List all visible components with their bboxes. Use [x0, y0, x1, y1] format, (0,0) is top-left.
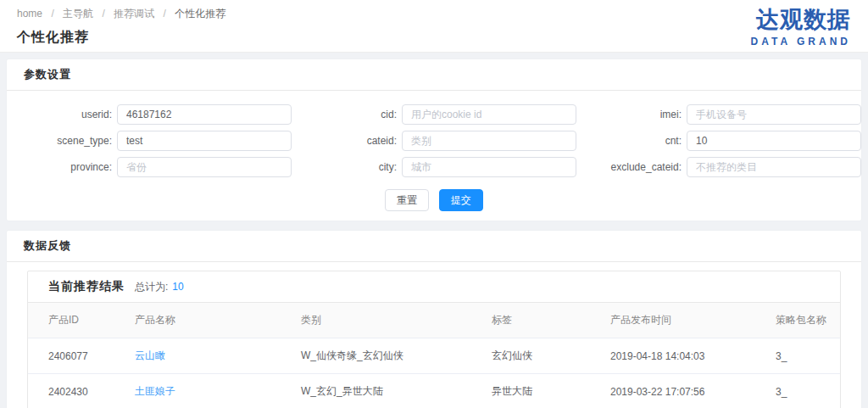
cell-strategy: 3_: [769, 338, 840, 374]
cateid-label: cateid:: [292, 135, 402, 147]
form-item-cnt: cnt:: [576, 131, 861, 151]
brand-subtitle: DATA GRAND: [751, 36, 851, 47]
page: home / 主导航 / 推荐调试 / 个性化推荐 个性化推荐 达观数据 DAT…: [0, 0, 868, 408]
breadcrumb-main-nav[interactable]: 主导航: [63, 8, 93, 20]
top-header: home / 主导航 / 推荐调试 / 个性化推荐 个性化推荐 达观数据 DAT…: [0, 0, 868, 53]
breadcrumb-separator: /: [163, 8, 165, 20]
results-total-label: 总计为:: [135, 280, 168, 294]
results-header: 当前推荐结果 总计为: 10: [28, 271, 840, 303]
form-item-imei: imei:: [576, 104, 861, 125]
cell-publish-time: 2019-04-18 14:04:03: [604, 338, 769, 374]
imei-input[interactable]: [687, 104, 861, 125]
cid-label: cid:: [292, 109, 402, 120]
form-item-cid: cid:: [292, 104, 576, 125]
col-category: 类别: [294, 303, 485, 338]
results-card: 当前推荐结果 总计为: 10 产品ID 产品名称 类别 标签: [27, 271, 841, 408]
breadcrumb: home / 主导航 / 推荐调试 / 个性化推荐: [17, 7, 225, 21]
breadcrumb-separator: /: [51, 8, 53, 20]
userid-label: userid:: [7, 109, 117, 120]
header-left: home / 主导航 / 推荐调试 / 个性化推荐 个性化推荐: [17, 7, 225, 52]
form-buttons: 重置 提交: [7, 189, 861, 211]
scene-type-input[interactable]: [117, 131, 292, 151]
params-panel: 参数设置 userid: cid: imei: scene_type:: [7, 59, 861, 221]
exclude-cateid-label: exclude_cateid:: [576, 161, 687, 173]
city-label: city:: [292, 161, 402, 173]
cateid-input[interactable]: [402, 131, 576, 151]
table-header-row: 产品ID 产品名称 类别 标签 产品发布时间 策略包名称: [28, 303, 840, 338]
cell-tag: 异世大陆: [485, 374, 604, 408]
page-title: 个性化推荐: [17, 29, 225, 47]
results-table: 产品ID 产品名称 类别 标签 产品发布时间 策略包名称 2406077 云山瞰: [28, 303, 840, 408]
exclude-cateid-input[interactable]: [687, 157, 861, 177]
col-strategy: 策略包名称: [769, 303, 840, 338]
form-item-scene-type: scene_type:: [7, 131, 292, 151]
cid-input[interactable]: [402, 104, 576, 125]
imei-label: imei:: [576, 109, 687, 120]
userid-input[interactable]: [117, 104, 292, 125]
col-publish-time: 产品发布时间: [604, 303, 769, 338]
cell-strategy: 3_: [769, 374, 840, 408]
form-item-cateid: cateid:: [292, 131, 576, 151]
table-row: 2402430 土匪娘子 W_玄幻_异世大陆 异世大陆 2019-03-22 1…: [28, 374, 840, 408]
cell-product-id: 2406077: [28, 338, 128, 374]
form-item-exclude-cateid: exclude_cateid:: [576, 157, 861, 177]
brand-name: 达观数据: [751, 8, 851, 31]
form-item-province: province:: [7, 157, 292, 177]
product-link[interactable]: 土匪娘子: [135, 385, 175, 397]
breadcrumb-recommend-debug[interactable]: 推荐调试: [114, 8, 154, 20]
cell-tag: 玄幻仙侠: [485, 338, 604, 374]
cell-product-name: 云山瞰: [128, 338, 294, 374]
feedback-panel-body: 当前推荐结果 总计为: 10 产品ID 产品名称 类别 标签: [7, 262, 861, 408]
breadcrumb-current-page: 个性化推荐: [175, 8, 225, 20]
cell-product-id: 2402430: [28, 374, 128, 408]
province-input[interactable]: [117, 157, 292, 177]
cnt-label: cnt:: [576, 135, 687, 147]
breadcrumb-home[interactable]: home: [17, 8, 42, 20]
province-label: province:: [7, 161, 117, 173]
form-item-city: city:: [292, 157, 576, 177]
results-title: 当前推荐结果: [48, 279, 125, 294]
cell-product-name: 土匪娘子: [128, 374, 294, 408]
results-total-value: 10: [172, 281, 183, 293]
feedback-panel: 数据反馈 当前推荐结果 总计为: 10 产品ID 产品名称: [7, 231, 861, 408]
cell-category: W_仙侠奇缘_玄幻仙侠: [294, 338, 485, 374]
feedback-panel-title: 数据反馈: [7, 231, 861, 262]
params-panel-title: 参数设置: [7, 59, 861, 91]
cell-category: W_玄幻_异世大陆: [294, 374, 485, 408]
col-tag: 标签: [485, 303, 604, 338]
table-row: 2406077 云山瞰 W_仙侠奇缘_玄幻仙侠 玄幻仙侠 2019-04-18 …: [28, 338, 840, 374]
cell-publish-time: 2019-03-22 17:07:56: [604, 374, 769, 408]
submit-button[interactable]: 提交: [439, 189, 483, 211]
col-product-name: 产品名称: [128, 303, 294, 338]
product-link[interactable]: 云山瞰: [135, 349, 165, 361]
params-form-grid: userid: cid: imei: scene_type: cateid:: [7, 104, 861, 177]
brand-logo: 达观数据 DATA GRAND: [751, 7, 851, 52]
form-item-userid: userid:: [7, 104, 292, 125]
city-input[interactable]: [402, 157, 576, 177]
cnt-input[interactable]: [687, 131, 861, 151]
breadcrumb-separator: /: [102, 8, 104, 20]
scene-type-label: scene_type:: [7, 135, 117, 147]
params-form: userid: cid: imei: scene_type: cateid:: [7, 91, 861, 221]
col-product-id: 产品ID: [28, 303, 128, 338]
reset-button[interactable]: 重置: [385, 189, 429, 211]
